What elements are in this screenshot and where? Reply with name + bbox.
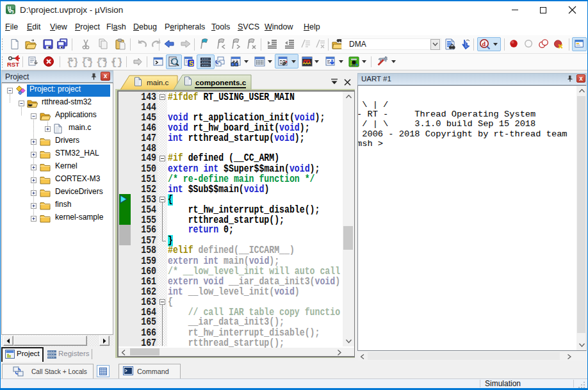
svg-text:{}: {} (111, 57, 122, 67)
svg-text:{}: {} (81, 57, 92, 67)
svg-text:S: S (189, 60, 193, 67)
svg-text:5: 5 (12, 10, 14, 14)
svg-text:d: d (482, 40, 486, 47)
